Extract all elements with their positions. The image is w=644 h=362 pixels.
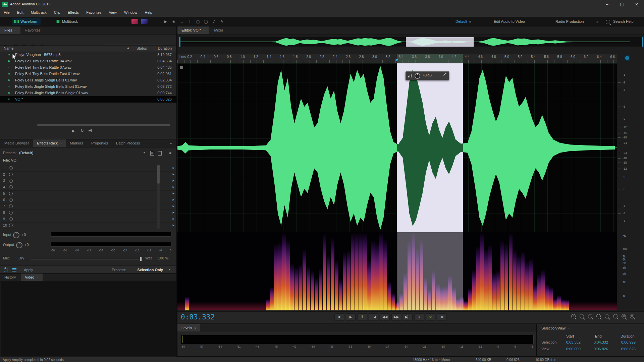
move-tool-icon[interactable]: ▶ [162,18,170,25]
view-start[interactable]: 0:00.000 [566,347,581,351]
show-spectral-pitch-icon[interactable] [141,19,148,24]
slot-arrow-icon[interactable]: ▸ [172,185,174,189]
effect-slot[interactable]: 10▸ [0,222,176,229]
sort-arrow-icon[interactable]: ▲ [127,46,129,49]
tab-markers[interactable]: Markers [66,139,87,147]
menu-view[interactable]: View [105,9,120,14]
tab-video[interactable]: Video≡ [21,274,42,281]
tab-editor-vo[interactable]: Editor: VO *≡ [177,26,209,34]
effect-slot[interactable]: 8▸ [0,209,176,216]
slot-arrow-icon[interactable]: ▸ [172,204,174,208]
preview-loop-button[interactable]: ↻ [78,129,87,133]
apply-button[interactable]: Apply [24,266,33,274]
workspace-radio-production[interactable]: Radio Production [555,19,584,23]
effect-slot[interactable]: 4▸ [0,184,176,191]
zoom-in-button[interactable]: + [571,314,576,318]
preset-value[interactable]: (Default) [19,149,33,157]
timeline-ruler[interactable]: hms 0.20.40.60.81.01.21.41.61.82.02.22.4… [177,54,617,63]
menu-file[interactable]: File [0,9,13,14]
tab-media-browser[interactable]: Media Browser [0,139,33,147]
slot-power-icon[interactable] [9,185,13,189]
files-horizontal-scrollbar[interactable] [37,124,170,126]
tab-batch-process[interactable]: Batch Process [112,139,144,147]
go-to-start-button[interactable]: ▏◀ [369,313,378,321]
slot-power-icon[interactable] [9,179,13,183]
effect-slot[interactable]: 3▸ [0,178,176,184]
slot-power-icon[interactable] [9,204,13,208]
play-button[interactable]: ▶ [346,313,356,321]
minimize-button[interactable]: – [600,0,614,9]
hud-gain-knob[interactable] [415,73,420,79]
slot-power-icon[interactable] [9,211,13,215]
waveform-display[interactable]: +0 dB [177,63,617,232]
slot-power-icon[interactable] [9,217,13,221]
preview-autoplay-button[interactable] [87,129,95,133]
file-row[interactable]: ≈Foley Bells Jingle Sleigh Bells Short 0… [0,83,176,90]
razor-tool-icon[interactable]: ◈ [170,18,178,25]
tabs-overflow-chevron[interactable]: » [166,139,176,147]
overview-right-handle[interactable] [642,37,643,47]
fast-forward-button[interactable]: ▶▶ [391,313,401,321]
multitrack-view-button[interactable]: Multitrack [54,18,81,25]
stop-button[interactable]: ■ [334,313,344,321]
panel-menu-icon[interactable]: ≡ [203,29,205,32]
search-help-field[interactable]: Search Help [613,19,634,23]
preset-dropdown-icon[interactable]: ▼ [143,149,146,157]
view-end[interactable]: 0:06.826 [594,347,608,351]
effect-slot[interactable]: 6▸ [0,197,176,203]
rewind-button[interactable]: ◀◀ [380,313,390,321]
file-row[interactable]: ≈Foley Bell Tiny Bells Rattle 04.wav0:04… [0,58,176,64]
view-duration[interactable]: 0:06.826 [621,347,636,351]
pause-button[interactable]: ‖ [357,313,367,321]
slot-arrow-icon[interactable]: ▸ [172,217,174,221]
zoom-in-amplitude-button[interactable]: + [605,314,609,318]
skip-selection-button[interactable]: ⇄ [437,313,447,321]
time-selection-tool-icon[interactable]: I [186,18,194,25]
effect-slot[interactable]: 9▸ [0,216,176,223]
panel-menu-icon[interactable]: ≡ [60,142,62,145]
panel-menu-icon[interactable]: ≡ [568,327,570,330]
file-row[interactable]: ≈Foley Bells Jingle Sleigh Bells 01.wav0… [0,77,176,83]
hud-pin-icon[interactable] [443,73,446,76]
rack-power-icon[interactable] [4,268,8,272]
slot-power-icon[interactable] [9,173,13,176]
slip-tool-icon[interactable]: ↔ [178,18,186,25]
show-spectral-frequency-icon[interactable] [131,19,138,24]
record-button[interactable]: ● [414,313,424,321]
zoom-full-button[interactable]: ▭ [630,314,634,318]
go-to-end-button[interactable]: ▶▏ [403,313,413,321]
menu-window[interactable]: Window [120,9,141,14]
maximize-button[interactable]: ▢ [614,0,629,9]
file-row[interactable]: ≈Foley Bells Jingle Sleigh Bells Single … [0,90,176,96]
zoom-to-selection-button[interactable]: ▭ [622,314,626,318]
tab-mixer[interactable]: Mixer [210,26,227,34]
marquee-selection-tool-icon[interactable]: ▢ [194,18,202,25]
loop-playback-button[interactable]: ↻ [426,313,435,321]
effect-slot[interactable]: 5▸ [0,190,176,197]
column-name[interactable]: Name [4,46,13,50]
process-dropdown[interactable]: Selection Only [138,266,163,274]
slot-arrow-icon[interactable]: ▸ [172,178,174,183]
slot-power-icon[interactable] [9,224,13,227]
slot-power-icon[interactable] [9,198,13,202]
effect-slot[interactable]: 1▸ [0,165,176,172]
waveform-view-button[interactable]: Waveform [12,18,41,25]
selection-start[interactable]: 0:03.332 [566,340,581,344]
playhead-marker[interactable] [395,59,398,61]
files-header[interactable]: Name ▲ Status Duration [0,45,176,52]
effect-slot[interactable]: 2▸ [0,171,176,178]
tab-favorites[interactable]: Favorites [21,26,45,34]
workspace-default[interactable]: Default≡ [455,19,471,23]
spectrogram-display[interactable] [177,232,617,310]
selection-end[interactable]: 0:04.332 [594,340,608,344]
panel-menu-icon[interactable]: ≡ [14,29,16,32]
file-row[interactable]: ≈Foley Bell Tiny Bells Rattle 07.wav0:04… [0,64,176,71]
workspace-edit-audio-to-video[interactable]: Edit Audio to Video [494,19,525,23]
workspace-overflow-chevron[interactable]: » [596,19,598,23]
slot-arrow-icon[interactable]: ▸ [172,197,174,202]
paintbrush-tool-icon[interactable]: ╱ [210,18,218,25]
selection-duration[interactable]: 0:00.999 [621,340,636,344]
tab-properties[interactable]: Properties [87,139,112,147]
process-dropdown-icon[interactable]: ▼ [168,266,171,274]
slot-power-icon[interactable] [9,166,13,170]
